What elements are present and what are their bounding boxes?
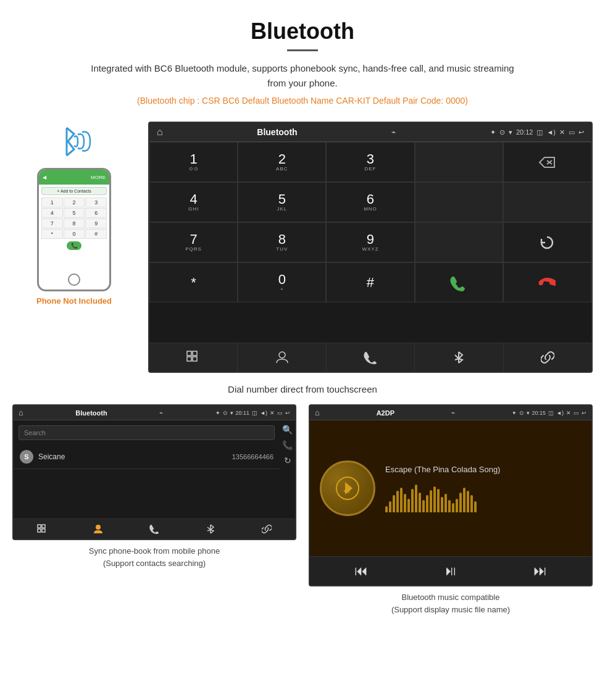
dial-key-5[interactable]: 5JKL — [238, 182, 326, 222]
music-status-icons: ✦ ⊙ ▾ 20:15 ◫ ◄) ✕ ▭ ↩ — [512, 410, 586, 416]
music-controls: ⏮ ⏯ ⏭ — [310, 556, 591, 585]
bottom-grid-icon[interactable] — [149, 343, 238, 372]
caption-music: Bluetooth music compatible (Support disp… — [389, 586, 512, 620]
pb-sync-icon[interactable]: ↻ — [284, 456, 291, 465]
svg-point-15 — [96, 525, 101, 530]
pb-call-icon[interactable]: 📞 — [282, 440, 293, 450]
pb-empty-space — [14, 469, 295, 519]
dial-key-1[interactable]: 1⊙⊙ — [149, 142, 238, 182]
phone-key-0: 0 — [64, 229, 85, 239]
dial-key-hash[interactable]: # — [326, 262, 414, 302]
dial-call-end[interactable] — [503, 262, 591, 302]
pb-time: 20:11 — [236, 410, 250, 416]
dial-key-3[interactable]: 3DEF — [326, 142, 414, 182]
phonebook-screen[interactable]: ⌂ Bluetooth ⌁ ✦ ⊙ ▾ 20:11 ◫ ◄) ✕ ▭ ↩ — [12, 404, 296, 540]
dial-empty-3 — [415, 222, 503, 262]
pb-bottom-grid[interactable] — [14, 524, 70, 534]
music-content-area: ♪ Escape (The Pina Colada Song) — [310, 420, 591, 556]
caption-phonebook: Sync phone-book from mobile phone (Suppo… — [86, 540, 222, 574]
dial-key-2[interactable]: 2ABC — [238, 142, 326, 182]
bottom-contacts-icon[interactable] — [238, 343, 326, 372]
dial-call-green[interactable] — [415, 262, 503, 302]
phone-not-included-label: Phone Not Included — [36, 296, 112, 306]
car-dialpad-screen[interactable]: ⌂ Bluetooth ⌁ ✦ ⊙ ▾ 20:12 ◫ ◄) ✕ ▭ ↩ 1⊙⊙… — [148, 122, 593, 373]
bottom-bluetooth-icon[interactable] — [415, 343, 503, 372]
phone-call-btn: 📞 — [67, 241, 81, 250]
svg-rect-5 — [187, 357, 191, 361]
phone-key-star: * — [41, 229, 63, 239]
bottom-link-icon[interactable] — [504, 343, 591, 372]
dial-backspace[interactable] — [503, 142, 591, 182]
pb-search-bar[interactable]: Search — [19, 425, 275, 440]
pb-usb-icon: ⌁ — [159, 409, 163, 416]
phone-key-6: 6 — [85, 208, 107, 218]
music-prev-btn[interactable]: ⏮ — [354, 563, 368, 579]
phone-key-1: 1 — [41, 198, 63, 207]
car-dialpad-title: Bluetooth — [257, 127, 297, 137]
phone-container: ◀ MORE + Add to Contacts 1 2 3 4 5 6 7 8… — [12, 122, 136, 306]
pb-search-icon[interactable]: 🔍 — [282, 425, 293, 435]
dial-refresh[interactable] — [503, 222, 591, 262]
pb-camera-icon: ◫ — [252, 410, 257, 416]
svg-rect-14 — [42, 529, 45, 532]
car-dialpad-bottom-bar — [149, 343, 591, 372]
phone-key-4: 4 — [41, 208, 63, 218]
svg-rect-6 — [193, 357, 197, 361]
pb-home-icon[interactable]: ⌂ — [19, 408, 23, 417]
pb-bottom-link[interactable] — [239, 524, 295, 534]
dial-empty-2 — [503, 182, 591, 222]
music-vol-icon: ◄) — [556, 410, 564, 416]
music-back-icon[interactable]: ↩ — [582, 410, 586, 416]
time-display: 20:12 — [516, 128, 533, 136]
caption-dialpad: Dial number direct from touchscreen — [0, 379, 605, 404]
phone-key-9: 9 — [85, 219, 107, 228]
bottom-screens: ⌂ Bluetooth ⌁ ✦ ⊙ ▾ 20:11 ◫ ◄) ✕ ▭ ↩ — [0, 404, 605, 620]
bottom-phone-icon[interactable] — [327, 343, 415, 372]
pb-bottom-contact[interactable] — [70, 524, 126, 534]
phonebook-block: ⌂ Bluetooth ⌁ ✦ ⊙ ▾ 20:11 ◫ ◄) ✕ ▭ ↩ — [12, 404, 296, 620]
pb-close-icon[interactable]: ✕ — [270, 410, 275, 416]
close-icon[interactable]: ✕ — [559, 128, 565, 136]
page-header: Bluetooth Integrated with BC6 Bluetooth … — [0, 0, 605, 122]
bluetooth-waves-icon — [49, 122, 99, 165]
pb-bottom-bar — [14, 519, 295, 539]
dial-key-8[interactable]: 8TUV — [238, 222, 326, 262]
pb-bt-icon: ✦ — [215, 410, 220, 416]
dial-key-7[interactable]: 7PQRS — [149, 222, 238, 262]
dial-key-0[interactable]: 0+ — [238, 262, 326, 302]
description-text: Integrated with BC6 Bluetooth module, su… — [86, 61, 519, 91]
back-icon[interactable]: ↩ — [578, 128, 584, 136]
car-status-icons: ✦ ⊙ ▾ 20:12 ◫ ◄) ✕ ▭ ↩ — [490, 128, 584, 136]
pb-location-icon: ⊙ — [223, 410, 228, 416]
pb-back-icon[interactable]: ↩ — [285, 410, 290, 416]
music-location-icon: ⊙ — [519, 410, 524, 416]
music-playpause-btn[interactable]: ⏯ — [444, 563, 457, 579]
phone-key-3: 3 — [85, 198, 107, 207]
music-close-icon[interactable]: ✕ — [566, 410, 571, 416]
dial-key-4[interactable]: 4GHI — [149, 182, 238, 222]
phone-key-2: 2 — [64, 198, 85, 207]
car-dialpad-topbar: ⌂ Bluetooth ⌁ ✦ ⊙ ▾ 20:12 ◫ ◄) ✕ ▭ ↩ — [149, 123, 591, 142]
dial-display — [415, 142, 503, 182]
music-wifi-icon: ▾ — [527, 410, 530, 416]
pb-bottom-bt[interactable] — [183, 524, 239, 534]
phone-dialpad: 1 2 3 4 5 6 7 8 9 * 0 # — [41, 198, 107, 239]
page-title: Bluetooth — [12, 19, 593, 44]
pb-contact-number: 13566664466 — [232, 453, 273, 460]
music-song-title: Escape (The Pina Colada Song) — [385, 465, 582, 474]
music-home-icon[interactable]: ⌂ — [315, 408, 320, 417]
car-home-icon[interactable]: ⌂ — [157, 127, 163, 138]
dial-key-6[interactable]: 6MNO — [326, 182, 414, 222]
music-visualizer — [385, 481, 582, 512]
music-screen[interactable]: ⌂ A2DP ⌁ ✦ ⊙ ▾ 20:15 ◫ ◄) ✕ ▭ ↩ — [309, 404, 593, 586]
svg-rect-13 — [38, 529, 41, 532]
music-next-btn[interactable]: ⏭ — [533, 563, 547, 579]
dial-key-star[interactable]: * — [149, 262, 238, 302]
pb-bottom-phone[interactable] — [126, 524, 182, 534]
dialpad-grid: 1⊙⊙ 2ABC 3DEF 4GHI 5JKL 6MNO 7PQRS 8TUV … — [149, 142, 591, 343]
pb-contact-row[interactable]: S Seicane 13566664466 — [14, 445, 280, 469]
dial-key-9[interactable]: 9WXYZ — [326, 222, 414, 262]
phone-bottom-row: 📞 — [41, 241, 107, 250]
music-info: Escape (The Pina Colada Song) — [385, 465, 582, 512]
pb-win-icon: ▭ — [277, 410, 283, 416]
